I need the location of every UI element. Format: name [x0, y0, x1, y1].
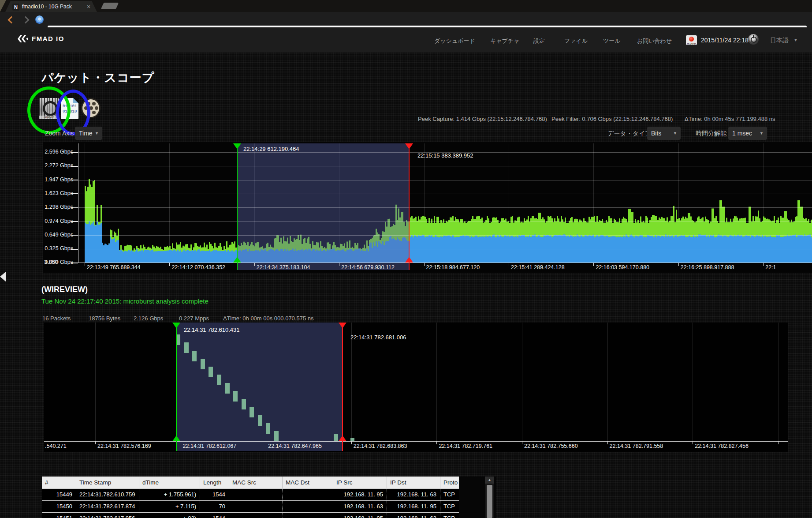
x-axis-label: 22:14:31 782.612.067	[183, 443, 237, 449]
selection-start-handle[interactable]	[176, 323, 177, 451]
new-tab-button[interactable]	[101, 3, 119, 9]
x-axis-label: 22:14:31 782.647.965	[268, 443, 322, 449]
language-caret-icon[interactable]: ▼	[793, 38, 798, 42]
nav-item-0[interactable]: ダッシュボード	[434, 37, 475, 45]
x-tick	[763, 263, 764, 266]
table-row[interactable]: 1545022:14:31.782.617.874+ 7.115)70192.1…	[42, 500, 459, 512]
resolution-select[interactable]: 1 msec▼	[728, 127, 767, 140]
v-gridline	[693, 323, 693, 441]
y-axis-label: 2.596 Gbps	[43, 149, 73, 155]
column-header[interactable]: MAC Dst	[282, 477, 333, 488]
h-gridline	[78, 180, 812, 180]
x-tick	[436, 441, 437, 444]
selection-end-handle[interactable]	[342, 323, 343, 451]
selection-start-top-marker[interactable]	[233, 143, 241, 149]
table-cell: + 1.755.961)	[139, 489, 200, 500]
browser-tab[interactable]: N fmadio10 - 10G Pack ×	[5, 1, 97, 12]
scrollbar-thumb[interactable]	[487, 485, 492, 518]
column-header[interactable]: IP Src	[333, 477, 387, 488]
scroll-up-icon[interactable]: ▲	[485, 477, 494, 484]
column-header[interactable]: MAC Src	[229, 477, 282, 488]
zoom-axis-label: Zoom Axis	[45, 130, 74, 137]
column-header[interactable]: Time Stamp	[76, 477, 139, 488]
table-cell: 70	[200, 501, 229, 512]
nav-item-3[interactable]: ファイル	[564, 37, 588, 45]
selection-start-bottom-marker[interactable]	[172, 435, 180, 441]
y-axis-label: 1.298 Gbps	[43, 204, 73, 210]
burst-bar	[266, 423, 270, 434]
table-cell: 192.168. 11. 95	[333, 513, 387, 518]
v-gridline	[778, 323, 778, 441]
selection-end-bottom-marker[interactable]	[405, 257, 413, 263]
zoom-axis-value: Time	[79, 130, 93, 137]
selection-start-label: 22:14:31 782.610.431	[184, 327, 240, 333]
y-axis-spine	[78, 143, 78, 263]
selection-region[interactable]	[176, 323, 343, 451]
selection-end-bottom-marker[interactable]	[339, 435, 346, 441]
tab-close-icon[interactable]: ×	[87, 3, 90, 10]
wireview-stat: 16 Packets	[42, 315, 71, 322]
x-tick	[678, 263, 679, 266]
selection-region[interactable]	[237, 143, 409, 270]
forward-icon[interactable]	[22, 16, 30, 24]
h-gridline	[78, 166, 812, 166]
resolution-value: 1 msec	[732, 130, 752, 137]
nav-item-4[interactable]: ツール	[603, 37, 621, 45]
table-header: #Time StampdTimeLengthMAC SrcMAC DstIP S…	[42, 477, 459, 488]
traffic-chart[interactable]: 2.596 Gbps2.272 Gbps1.947 Gbps1.623 Gbps…	[43, 142, 812, 273]
x-axis-label: 22:14:31 782.755.660	[524, 443, 578, 449]
column-header[interactable]: Length	[200, 477, 229, 488]
burst-bar	[225, 383, 230, 394]
reload-icon[interactable]	[35, 15, 44, 24]
table-cell: 192.168. 11. 63	[333, 501, 387, 512]
table-row[interactable]: 1545122:14:31.782.617.956+ 82)1544192.16…	[42, 512, 459, 518]
x-axis-label: 22:16:03 594.170.880	[596, 264, 649, 270]
selection-end-top-marker[interactable]	[405, 143, 413, 149]
table-cell: 15451	[42, 513, 76, 518]
v-gridline	[522, 323, 522, 441]
x-tick	[266, 441, 266, 444]
selection-start-bottom-marker[interactable]	[233, 257, 241, 263]
nav-item-5[interactable]: お問い合わせ	[637, 37, 672, 45]
y-axis-label: 1.623 Gbps	[43, 190, 73, 196]
nav-item-2[interactable]: 設定	[533, 37, 545, 45]
edge-arrow[interactable]	[0, 272, 6, 282]
column-header[interactable]: Proto	[440, 477, 459, 488]
table-row[interactable]: 1544922:14:31.782.610.759+ 1.755.961)154…	[42, 488, 459, 500]
back-icon[interactable]	[8, 16, 15, 24]
burst-bar	[274, 431, 279, 441]
brand-logo[interactable]: FMAD IO	[17, 35, 64, 43]
burst-bar	[233, 391, 238, 402]
burst-bar	[334, 434, 338, 441]
nav-item-1[interactable]: キャプチャ	[490, 37, 520, 45]
column-header[interactable]: IP Dst	[387, 477, 440, 488]
selection-end-label: 22:14:31 782.681.006	[350, 334, 406, 341]
selection-start-top-marker[interactable]	[172, 323, 180, 328]
zoom-axis-select[interactable]: Time▼	[75, 127, 102, 140]
burst-chart[interactable]: .540.27122:14:31 782.576.16922:14:31 782…	[44, 323, 788, 452]
language-selector[interactable]: 日本語	[770, 37, 789, 45]
x-axis-line	[71, 263, 812, 263]
y-axis-label: 2.272 Gbps	[43, 162, 73, 169]
selection-end-top-marker[interactable]	[339, 323, 346, 328]
v-gridline	[436, 323, 437, 441]
table-scrollbar[interactable]: ▲	[485, 477, 494, 518]
x-axis-label: 22:1	[765, 264, 776, 270]
column-header[interactable]: dTime	[139, 477, 200, 488]
overlapped-label: 3.850	[44, 259, 58, 265]
record-indicator[interactable]: RECORD	[686, 35, 697, 45]
table-cell: 192.168. 11. 95	[333, 489, 387, 500]
power-icon[interactable]	[748, 34, 759, 45]
x-tick	[522, 441, 522, 444]
x-axis-label: 22:14:56 679.930.112	[341, 264, 395, 270]
table-cell	[229, 489, 282, 500]
selection-start-handle[interactable]	[237, 143, 238, 270]
data-type-select[interactable]: Bits▼	[647, 127, 681, 140]
selection-end-handle[interactable]	[409, 143, 410, 270]
selection-start-label: 22:14:29 612.190.464	[243, 146, 299, 152]
chevron-down-icon: ▼	[760, 127, 764, 140]
wireview-stat: 0.227 Mpps	[179, 315, 209, 322]
browser-toolbar: 192.168.11.75/jp.filter.html?StreamName=…	[0, 12, 812, 27]
column-header[interactable]: #	[42, 477, 76, 488]
h-gridline	[78, 235, 812, 236]
